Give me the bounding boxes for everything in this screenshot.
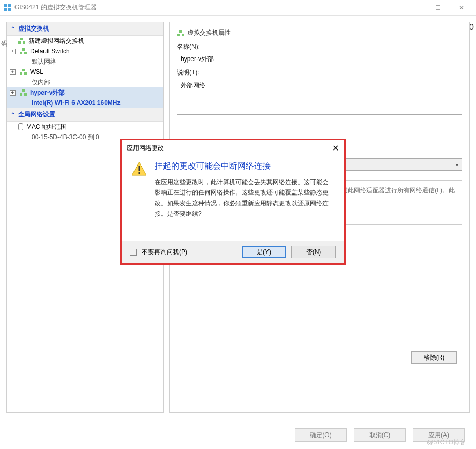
name-label: 名称(N):: [177, 42, 462, 51]
desc-label: 说明(T):: [177, 68, 462, 77]
cancel-button[interactable]: 取消(C): [354, 428, 406, 442]
edge-text: 0: [469, 23, 474, 32]
dialog-body-text: 在应用这些更改时，此计算机可能会丢失其网络连接。这可能会影响正在进行的任何网络操…: [155, 177, 334, 219]
item-label: Default Switch: [30, 47, 70, 55]
item-label: MAC 地址范围: [26, 123, 67, 131]
item-label: hyper-v外部: [30, 88, 65, 97]
watermark: @51CTO博客: [427, 438, 466, 447]
close-button[interactable]: ✕: [450, 0, 473, 16]
maximize-button[interactable]: ☐: [426, 0, 450, 16]
wsl-item[interactable]: + WSL: [7, 67, 163, 77]
ok-button[interactable]: 确定(O): [295, 428, 347, 442]
mac-range-item[interactable]: MAC 地址范围: [7, 122, 163, 132]
svg-rect-1: [139, 166, 140, 171]
item-label: WSL: [30, 68, 43, 76]
confirm-dialog: 应用网络更改 ✕ 挂起的更改可能会中断网络连接 在应用这些更改时，此计算机可能会…: [120, 139, 346, 265]
hyperv-item[interactable]: + hyper-v外部: [7, 87, 163, 98]
expand-icon[interactable]: +: [10, 90, 16, 96]
yes-button[interactable]: 是(Y): [242, 246, 286, 258]
window-title: GIS0421 的虚拟交换机管理器: [14, 3, 97, 12]
warning-icon: [131, 161, 147, 219]
group-global-settings[interactable]: ⌃ 全局网络设置: [7, 108, 163, 122]
minimize-button[interactable]: ─: [403, 0, 426, 16]
edge-crumb: 码: [1, 39, 7, 48]
default-switch-sub: 默认网络: [7, 56, 163, 67]
network-icon: [177, 30, 184, 36]
chevron-up-icon: ⌃: [11, 112, 15, 117]
expand-icon[interactable]: +: [10, 49, 16, 54]
name-input[interactable]: [177, 53, 462, 65]
new-switch-item[interactable]: 新建虚拟网络交换机: [7, 36, 163, 46]
titlebar: GIS0421 的虚拟交换机管理器 ─ ☐ ✕: [0, 0, 476, 16]
dialog-close-icon[interactable]: ✕: [332, 143, 339, 153]
group-label: 全局网络设置: [18, 110, 55, 119]
remove-button[interactable]: 移除(R): [411, 351, 457, 364]
expand-icon[interactable]: +: [10, 69, 16, 75]
device-icon: [18, 123, 23, 130]
network-icon: [20, 69, 27, 75]
default-switch-item[interactable]: + Default Switch: [7, 46, 163, 56]
chevron-up-icon: ⌃: [11, 26, 15, 32]
dialog-heading: 挂起的更改可能会中断网络连接: [155, 161, 334, 172]
section-title: 虚拟交换机属性: [187, 28, 231, 37]
svg-rect-2: [139, 172, 140, 174]
desc-textarea[interactable]: 外部网络: [177, 79, 462, 115]
group-virtual-switches[interactable]: ⌃ 虚拟交换机: [7, 22, 163, 36]
section-header: 虚拟交换机属性: [177, 27, 462, 38]
group-label: 虚拟交换机: [18, 24, 49, 33]
item-label: 新建虚拟网络交换机: [28, 37, 84, 45]
no-button[interactable]: 否(N): [291, 246, 336, 258]
dont-ask-label: 不要再询问我(P): [142, 248, 187, 257]
hyperv-sub: Intel(R) Wi-Fi 6 AX201 160MHz: [7, 98, 163, 108]
app-icon: [3, 4, 11, 12]
network-icon: [20, 89, 27, 96]
dont-ask-checkbox[interactable]: [130, 249, 137, 256]
dialog-title: 应用网络更改: [127, 144, 164, 153]
network-icon: [18, 38, 25, 44]
network-icon: [20, 48, 27, 54]
wsl-sub: 仅内部: [7, 77, 163, 87]
